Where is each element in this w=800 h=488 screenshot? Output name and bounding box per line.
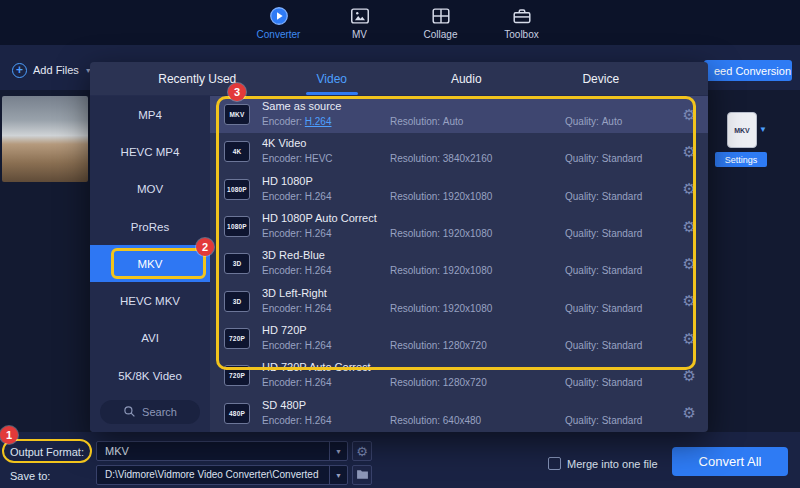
preset-row-sd-480p[interactable]: 480P SD 480P Encoder: H.264 Resolution: … <box>210 395 708 432</box>
preset-encoder: Encoder: H.264 <box>262 415 332 426</box>
convert-all-button[interactable]: Convert All <box>672 447 788 476</box>
preset-quality: Quality: Standard <box>565 153 642 164</box>
preset-row-3d-red-blue[interactable]: 3D 3D Red-Blue Encoder: H.264 Resolution… <box>210 245 708 282</box>
preset-settings-gear-icon[interactable]: ⚙ <box>683 180 696 198</box>
preset-resolution: Resolution: 3840x2160 <box>390 153 492 164</box>
preset-row-4k-video[interactable]: 4K 4K Video Encoder: HEVC Resolution: 38… <box>210 133 708 170</box>
mv-icon <box>349 5 371 27</box>
chevron-down-icon[interactable]: ▼ <box>329 442 347 460</box>
browse-folder-button[interactable] <box>352 465 372 485</box>
preset-resolution: Resolution: 1920x1080 <box>390 191 492 202</box>
preset-settings-gear-icon[interactable]: ⚙ <box>683 218 696 236</box>
folder-icon <box>356 468 369 483</box>
sidebar-item-prores[interactable]: ProRes <box>90 208 210 245</box>
preset-settings-gear-icon[interactable]: ⚙ <box>683 255 696 273</box>
search-label: Search <box>142 406 177 418</box>
add-files-label: Add Files <box>33 64 79 76</box>
preset-resolution: Resolution: Auto <box>390 116 463 127</box>
preset-resolution: Resolution: 1280x720 <box>390 377 487 388</box>
sidebar-item-mkv[interactable]: MKV <box>90 245 210 282</box>
preset-settings-gear-icon[interactable]: ⚙ <box>683 292 696 310</box>
panel-tab-recently-used[interactable]: Recently Used <box>130 62 265 95</box>
output-format-caret-icon[interactable]: ▼ <box>759 125 767 134</box>
preset-row-hd-1080p-auto-correct[interactable]: 1080P HD 1080P Auto Correct Encoder: H.2… <box>210 208 708 245</box>
collage-icon <box>430 5 452 27</box>
sidebar-item-hevc-mkv[interactable]: HEVC MKV <box>90 282 210 319</box>
preset-quality: Quality: Standard <box>565 340 642 351</box>
preset-encoder: Encoder: HEVC <box>262 153 333 164</box>
format-icon: 1080P <box>224 216 250 237</box>
panel-tab-video[interactable]: Video <box>265 62 400 95</box>
preset-row-hd-720p[interactable]: 720P HD 720P Encoder: H.264 Resolution: … <box>210 320 708 357</box>
output-format-select[interactable]: MKV ▼ <box>96 441 348 461</box>
sidebar-item-5k-8k-video[interactable]: 5K/8K Video <box>90 357 210 394</box>
preset-resolution: Resolution: 1280x720 <box>390 340 487 351</box>
preset-encoder: Encoder: H.264 <box>262 116 332 127</box>
panel-tab-device[interactable]: Device <box>534 62 669 95</box>
video-thumbnail <box>2 96 88 182</box>
preset-title: 3D Left-Right <box>262 287 327 299</box>
format-sidebar: MP4 HEVC MP4 MOV ProRes MKV HEVC MKV AVI… <box>90 96 210 432</box>
save-to-label: Save to: <box>10 470 50 482</box>
converter-icon <box>268 5 290 27</box>
format-icon: 720P <box>224 365 250 386</box>
add-icon: + <box>12 63 27 78</box>
preset-settings-gear-icon[interactable]: ⚙ <box>683 330 696 348</box>
format-icon: MKV <box>224 104 250 125</box>
topbar-tabs: Converter MV Collage Toolbox <box>238 0 562 45</box>
sidebar-item-mp4[interactable]: MP4 <box>90 96 210 133</box>
format-icon: 3D <box>224 291 250 312</box>
high-speed-conversion-button[interactable]: eed Conversion <box>704 60 792 81</box>
format-search[interactable]: Search <box>100 400 200 424</box>
sidebar-item-avi[interactable]: AVI <box>90 320 210 357</box>
preset-row-hd-1080p[interactable]: 1080P HD 1080P Encoder: H.264 Resolution… <box>210 171 708 208</box>
footer: Output Format: MKV ▼ ⚙ Save to: D:\Vidmo… <box>0 432 800 488</box>
format-icon: 1080P <box>224 179 250 200</box>
save-to-select[interactable]: D:\Vidmore\Vidmore Video Converter\Conve… <box>96 465 348 485</box>
preset-title: SD 480P <box>262 399 306 411</box>
preset-encoder: Encoder: H.264 <box>262 303 332 314</box>
preset-encoder: Encoder: H.264 <box>262 340 332 351</box>
format-icon: 3D <box>224 253 250 274</box>
preset-quality: Quality: Standard <box>565 265 642 276</box>
format-icon: 480P <box>224 403 250 424</box>
format-sidebar-items: MP4 HEVC MP4 MOV ProRes MKV HEVC MKV AVI… <box>90 96 210 394</box>
preset-encoder: Encoder: H.264 <box>262 265 332 276</box>
preset-quality: Quality: Standard <box>565 191 642 202</box>
preset-title: Same as source <box>262 100 341 112</box>
merge-checkbox[interactable] <box>548 457 561 470</box>
format-icon: 4K <box>224 141 250 162</box>
preset-row-hd-720p-auto-correct[interactable]: 720P HD 720P Auto Correct Encoder: H.264… <box>210 357 708 394</box>
topbar-tab-mv[interactable]: MV <box>319 0 400 45</box>
preset-title: HD 720P <box>262 324 307 336</box>
sidebar-item-mov[interactable]: MOV <box>90 171 210 208</box>
app-window: Converter MV Collage Toolbox + Add Files… <box>0 0 800 488</box>
add-files-button[interactable]: + Add Files ▼ <box>12 59 92 81</box>
output-format-label: Output Format: <box>10 446 84 458</box>
preset-title: HD 1080P Auto Correct <box>262 212 377 224</box>
output-format-value: MKV <box>97 442 329 460</box>
settings-button[interactable]: Settings <box>715 152 767 167</box>
preset-quality: Quality: Auto <box>565 116 622 127</box>
preset-settings-gear-icon[interactable]: ⚙ <box>683 367 696 385</box>
preset-row-3d-left-right[interactable]: 3D 3D Left-Right Encoder: H.264 Resoluti… <box>210 283 708 320</box>
topbar-tab-toolbox[interactable]: Toolbox <box>481 0 562 45</box>
preset-resolution: Resolution: 1920x1080 <box>390 228 492 239</box>
merge-option: Merge into one file <box>548 457 658 470</box>
preset-row-same-as-source[interactable]: MKV Same as source Encoder: H.264 Resolu… <box>210 96 708 133</box>
output-format-icon[interactable]: MKV <box>727 112 757 148</box>
preset-settings-gear-icon[interactable]: ⚙ <box>683 106 696 124</box>
output-settings-button[interactable]: ⚙ <box>352 441 372 461</box>
panel-tab-audio[interactable]: Audio <box>399 62 534 95</box>
toolbox-icon <box>511 5 533 27</box>
topbar-tab-collage[interactable]: Collage <box>400 0 481 45</box>
preset-title: 4K Video <box>262 137 306 149</box>
chevron-down-icon[interactable]: ▼ <box>329 466 347 484</box>
topbar-tab-converter[interactable]: Converter <box>238 0 319 45</box>
search-icon <box>123 405 136 420</box>
preset-settings-gear-icon[interactable]: ⚙ <box>683 404 696 422</box>
preset-quality: Quality: Standard <box>565 303 642 314</box>
sidebar-item-hevc-mp4[interactable]: HEVC MP4 <box>90 133 210 170</box>
preset-settings-gear-icon[interactable]: ⚙ <box>683 143 696 161</box>
preset-resolution: Resolution: 640x480 <box>390 415 481 426</box>
